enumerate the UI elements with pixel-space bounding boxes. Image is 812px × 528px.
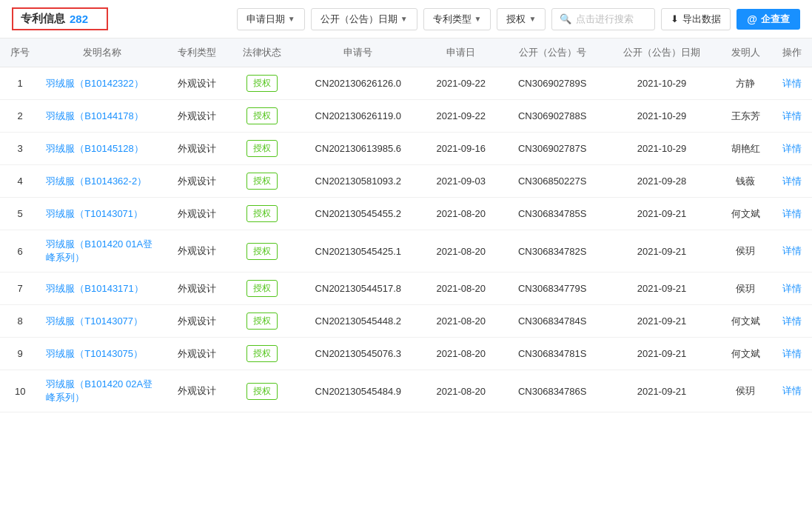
cell-type: 外观设计 — [164, 100, 229, 133]
cell-type: 外观设计 — [164, 230, 229, 273]
cell-name[interactable]: 羽绒服（B10144178） — [40, 100, 164, 133]
detail-link[interactable]: 详情 — [782, 283, 802, 294]
cell-pub-date: 2021-09-21 — [604, 305, 719, 338]
brand-button[interactable]: @ 企查查 — [736, 9, 800, 30]
cell-action: 详情 — [772, 165, 812, 198]
table-row: 8 羽绒服（T10143077） 外观设计 授权 CN202130545448.… — [0, 305, 812, 338]
cell-type: 外观设计 — [164, 198, 229, 230]
cell-name[interactable]: 羽绒服（T10143071） — [40, 198, 164, 230]
cell-type: 外观设计 — [164, 370, 229, 412]
chevron-down-icon: ▼ — [400, 15, 408, 23]
cell-name[interactable]: 羽绒服（B10145128） — [40, 133, 164, 165]
cell-pub-date: 2021-10-29 — [604, 100, 719, 133]
cell-pub-date: 2021-09-21 — [604, 198, 719, 230]
detail-link[interactable]: 详情 — [782, 208, 802, 219]
cell-pub-date: 2021-09-21 — [604, 338, 719, 370]
detail-link[interactable]: 详情 — [782, 110, 802, 121]
filter-publish-date[interactable]: 公开（公告）日期 ▼ — [311, 8, 417, 30]
brand-label: 企查查 — [761, 13, 790, 26]
patent-name-link[interactable]: 羽绒服（B101420 01A登峰系列） — [46, 238, 152, 263]
patent-name-link[interactable]: 羽绒服（B10143171） — [46, 283, 144, 294]
cell-seq: 2 — [0, 100, 40, 133]
patent-name-link[interactable]: 羽绒服（T10143071） — [46, 208, 143, 219]
cell-inventor: 钱薇 — [719, 165, 772, 198]
cell-status: 授权 — [229, 67, 295, 100]
cell-name[interactable]: 羽绒服（B101420 02A登峰系列） — [40, 370, 164, 412]
patent-name-link[interactable]: 羽绒服（B101420 02A登峰系列） — [46, 378, 152, 403]
col-pub-date: 公开（公告）日期 — [604, 39, 719, 67]
cell-name[interactable]: 羽绒服（B1014362-2） — [40, 165, 164, 198]
cell-pub-no: CN306902787S — [500, 133, 604, 165]
cell-status: 授权 — [229, 338, 295, 370]
cell-seq: 4 — [0, 165, 40, 198]
cell-seq: 9 — [0, 338, 40, 370]
patent-name-link[interactable]: 羽绒服（T10143075） — [46, 348, 143, 359]
cell-pub-no: CN306834782S — [500, 230, 604, 273]
cell-app-date: 2021-08-20 — [421, 370, 500, 412]
cell-type: 外观设计 — [164, 305, 229, 338]
cell-pub-date: 2021-09-21 — [604, 273, 719, 305]
patent-name-link[interactable]: 羽绒服（B10144178） — [46, 110, 144, 121]
cell-status: 授权 — [229, 133, 295, 165]
filter-authorize[interactable]: 授权 ▼ — [497, 8, 546, 30]
patent-count: 282 — [70, 13, 88, 25]
table-row: 5 羽绒服（T10143071） 外观设计 授权 CN202130545455.… — [0, 198, 812, 230]
cell-inventor: 侯玥 — [719, 273, 772, 305]
cell-app-date: 2021-08-20 — [421, 338, 500, 370]
cell-pub-no: CN306902788S — [500, 100, 604, 133]
patent-name-link[interactable]: 羽绒服（B10142322） — [46, 78, 144, 89]
filter-patent-type-label: 专利类型 — [433, 13, 472, 26]
detail-link[interactable]: 详情 — [782, 176, 802, 187]
cell-action: 详情 — [772, 273, 812, 305]
detail-link[interactable]: 详情 — [782, 143, 802, 154]
detail-link[interactable]: 详情 — [782, 315, 802, 327]
patent-name-link[interactable]: 羽绒服（T10143077） — [46, 315, 143, 327]
status-badge: 授权 — [246, 173, 278, 190]
patent-table: 序号 发明名称 专利类型 法律状态 申请号 申请日 公开（公告）号 公开（公告）… — [0, 39, 812, 412]
export-button[interactable]: ⬇ 导出数据 — [661, 8, 731, 30]
cell-name[interactable]: 羽绒服（B10142322） — [40, 67, 164, 100]
cell-type: 外观设计 — [164, 338, 229, 370]
cell-app-no: CN202130544517.8 — [295, 273, 421, 305]
cell-status: 授权 — [229, 230, 295, 273]
detail-link[interactable]: 详情 — [782, 78, 802, 89]
cell-status: 授权 — [229, 165, 295, 198]
cell-status: 授权 — [229, 100, 295, 133]
table-row: 7 羽绒服（B10143171） 外观设计 授权 CN202130544517.… — [0, 273, 812, 305]
patent-name-link[interactable]: 羽绒服（B10145128） — [46, 143, 144, 154]
cell-app-date: 2021-08-20 — [421, 273, 500, 305]
table-row: 6 羽绒服（B101420 01A登峰系列） 外观设计 授权 CN2021305… — [0, 230, 812, 273]
cell-action: 详情 — [772, 133, 812, 165]
cell-name[interactable]: 羽绒服（T10143077） — [40, 305, 164, 338]
search-placeholder: 点击进行搜索 — [576, 13, 634, 26]
patent-title-label: 专利信息 — [21, 12, 65, 26]
cell-seq: 1 — [0, 67, 40, 100]
filter-patent-type[interactable]: 专利类型 ▼ — [423, 8, 491, 30]
cell-pub-date: 2021-09-21 — [604, 370, 719, 412]
cell-status: 授权 — [229, 198, 295, 230]
filter-publish-date-label: 公开（公告）日期 — [321, 13, 397, 26]
cell-action: 详情 — [772, 67, 812, 100]
cell-app-no: CN202130545425.1 — [295, 230, 421, 273]
top-bar: 专利信息 282 申请日期 ▼ 公开（公告）日期 ▼ 专利类型 ▼ 授权 ▼ 🔍… — [0, 0, 812, 39]
cell-name[interactable]: 羽绒服（T10143075） — [40, 338, 164, 370]
table-row: 2 羽绒服（B10144178） 外观设计 授权 CN202130626119.… — [0, 100, 812, 133]
cell-name[interactable]: 羽绒服（B10143171） — [40, 273, 164, 305]
export-label: 导出数据 — [682, 13, 721, 26]
cell-inventor: 何文斌 — [719, 305, 772, 338]
status-badge: 授权 — [246, 345, 278, 362]
cell-pub-no: CN306834784S — [500, 305, 604, 338]
detail-link[interactable]: 详情 — [782, 245, 802, 256]
cell-name[interactable]: 羽绒服（B101420 01A登峰系列） — [40, 230, 164, 273]
patent-name-link[interactable]: 羽绒服（B1014362-2） — [46, 176, 147, 187]
status-badge: 授权 — [246, 75, 278, 92]
filter-apply-date[interactable]: 申请日期 ▼ — [237, 8, 305, 30]
cell-inventor: 胡艳红 — [719, 133, 772, 165]
col-status: 法律状态 — [229, 39, 295, 67]
cell-inventor: 侯玥 — [719, 230, 772, 273]
chevron-down-icon: ▼ — [474, 15, 482, 23]
detail-link[interactable]: 详情 — [782, 348, 802, 359]
detail-link[interactable]: 详情 — [782, 385, 802, 396]
cell-app-no: CN202130545455.2 — [295, 198, 421, 230]
search-input-box[interactable]: 🔍 点击进行搜索 — [551, 8, 655, 30]
